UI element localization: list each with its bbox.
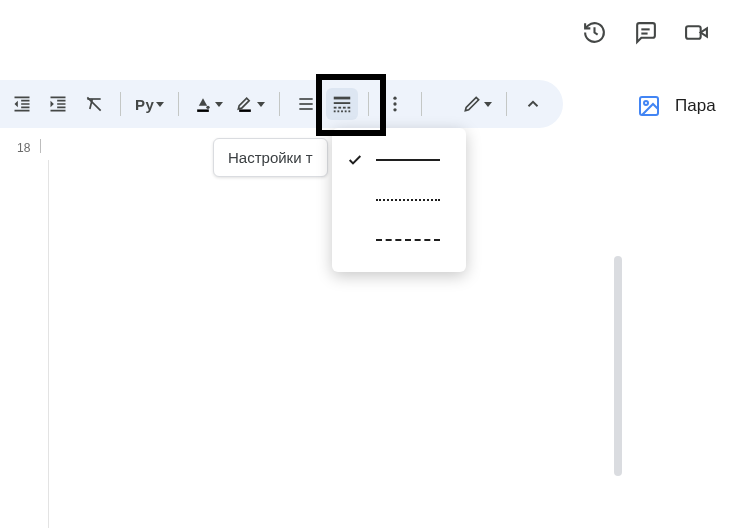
comment-icon [633, 20, 658, 45]
svg-point-26 [394, 108, 397, 111]
script-label: Pу [135, 96, 154, 113]
image-icon [637, 94, 661, 118]
indent-increase-button[interactable] [42, 88, 74, 120]
svg-rect-17 [343, 107, 346, 109]
indent-decrease-button[interactable] [6, 88, 38, 120]
present-button[interactable] [684, 20, 709, 45]
border-style-option-solid[interactable] [332, 140, 466, 180]
chevron-down-icon [215, 102, 223, 107]
svg-rect-12 [300, 108, 313, 110]
svg-rect-11 [300, 103, 313, 105]
toolbar: Pу [0, 80, 563, 128]
svg-rect-13 [334, 97, 351, 100]
svg-point-28 [644, 101, 648, 105]
svg-rect-21 [341, 110, 343, 112]
separator [120, 92, 121, 116]
svg-rect-14 [334, 102, 351, 104]
side-panel-label: Пара [675, 96, 716, 116]
highlight-color-icon [235, 94, 255, 114]
video-icon [684, 20, 709, 45]
collapse-toolbar-button[interactable] [517, 88, 549, 120]
comments-button[interactable] [633, 20, 658, 45]
line-dotted-sample [376, 199, 440, 201]
svg-point-7 [207, 106, 210, 109]
ruler-tick [40, 139, 41, 153]
separator [421, 92, 422, 116]
check-icon [346, 151, 364, 169]
tooltip-text: Настройки т [228, 149, 313, 166]
indent-increase-icon [48, 94, 68, 114]
separator [279, 92, 280, 116]
svg-rect-18 [348, 107, 351, 109]
chevron-up-icon [524, 95, 542, 113]
svg-rect-22 [345, 110, 347, 112]
border-style-button[interactable] [326, 88, 358, 120]
side-panel[interactable]: Пара [637, 86, 737, 126]
history-icon [582, 20, 607, 45]
header-actions [582, 20, 709, 45]
clear-formatting-button[interactable] [78, 88, 110, 120]
border-style-option-dashed[interactable] [332, 220, 466, 260]
line-spacing-button[interactable] [290, 88, 322, 120]
chevron-down-icon [257, 102, 265, 107]
tooltip: Настройки т [213, 138, 328, 177]
separator [178, 92, 179, 116]
svg-rect-2 [686, 26, 701, 39]
svg-rect-23 [349, 110, 351, 112]
check-placeholder [346, 191, 364, 209]
svg-point-25 [394, 102, 397, 105]
toolbar-container: Pу [0, 80, 737, 128]
border-style-option-dotted[interactable] [332, 180, 466, 220]
svg-rect-20 [338, 110, 340, 112]
svg-rect-15 [334, 107, 337, 109]
line-spacing-icon [296, 94, 316, 114]
history-button[interactable] [582, 20, 607, 45]
border-style-dropdown [332, 128, 466, 272]
page-canvas[interactable] [48, 160, 603, 528]
indent-decrease-icon [12, 94, 32, 114]
fill-color-icon [193, 94, 213, 114]
svg-point-24 [394, 97, 397, 100]
more-options-button[interactable] [379, 88, 411, 120]
svg-rect-10 [300, 98, 313, 100]
line-solid-sample [376, 159, 440, 161]
highlight-color-button[interactable] [231, 88, 269, 120]
svg-rect-16 [339, 107, 342, 109]
check-placeholder [346, 231, 364, 249]
pen-button[interactable] [458, 88, 496, 120]
separator [368, 92, 369, 116]
separator [506, 92, 507, 116]
scrollbar[interactable] [614, 256, 622, 476]
svg-rect-19 [334, 110, 336, 112]
fill-color-button[interactable] [189, 88, 227, 120]
chevron-down-icon [156, 102, 164, 107]
line-dashed-sample [376, 239, 440, 241]
more-vertical-icon [385, 94, 405, 114]
script-format-button[interactable]: Pу [131, 88, 168, 120]
clear-formatting-icon [84, 94, 104, 114]
border-style-icon [331, 93, 353, 115]
ruler-number: 18 [17, 141, 30, 155]
chevron-down-icon [484, 102, 492, 107]
pen-icon [462, 94, 482, 114]
